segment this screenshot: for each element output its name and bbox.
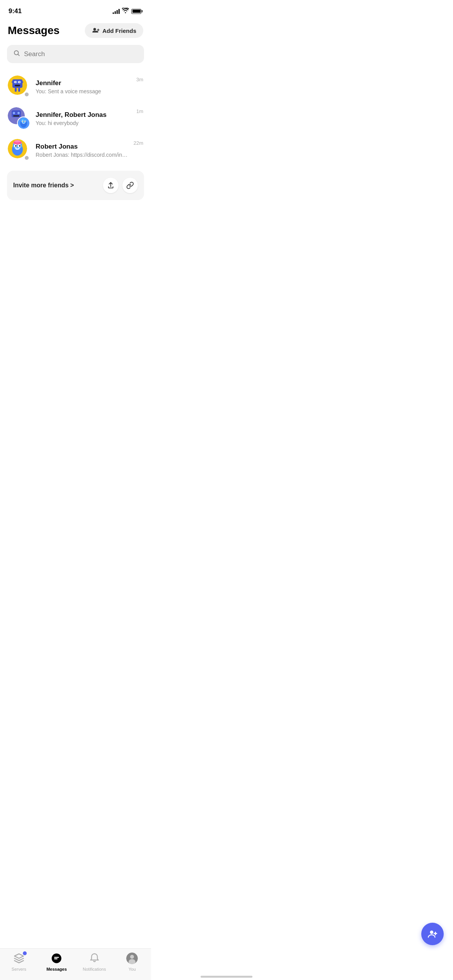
invite-text: Invite more friends > bbox=[13, 182, 74, 189]
conv-time: 1m bbox=[136, 107, 143, 114]
svg-rect-38 bbox=[15, 148, 19, 150]
conv-info: Jennifer, Robert Jonas You: hi everybody bbox=[36, 111, 131, 126]
conv-time: 3m bbox=[136, 75, 143, 82]
page-title: Messages bbox=[8, 24, 60, 37]
battery-icon bbox=[131, 9, 142, 14]
list-item[interactable]: Jennifer You: Sent a voice message 3m bbox=[0, 71, 151, 103]
svg-point-14 bbox=[19, 82, 20, 82]
svg-point-18 bbox=[17, 112, 20, 114]
search-bar[interactable] bbox=[7, 45, 144, 63]
add-friends-button[interactable]: Add Friends bbox=[85, 23, 143, 38]
status-time: 9:41 bbox=[9, 7, 22, 15]
status-bar: 9:41 bbox=[0, 0, 151, 19]
link-icon bbox=[126, 182, 134, 189]
share-button[interactable] bbox=[103, 178, 118, 193]
avatar-jennifer bbox=[8, 75, 30, 98]
conv-preview: You: Sent a voice message bbox=[36, 88, 131, 94]
svg-rect-8 bbox=[22, 81, 23, 83]
conv-name: Jennifer, Robert Jonas bbox=[36, 111, 131, 119]
svg-point-36 bbox=[15, 145, 17, 147]
svg-point-25 bbox=[22, 121, 23, 122]
svg-point-33 bbox=[14, 140, 21, 142]
conv-name: Robert Jonas bbox=[36, 143, 128, 151]
conv-preview: You: hi everybody bbox=[36, 120, 131, 126]
conv-preview: Robert Jonas: https://discord.com/invite… bbox=[36, 152, 128, 158]
svg-point-27 bbox=[25, 121, 26, 122]
copy-link-button[interactable] bbox=[122, 178, 138, 193]
search-input[interactable] bbox=[24, 50, 138, 58]
signal-icon bbox=[113, 9, 120, 14]
search-container bbox=[0, 45, 151, 71]
conv-time: 22m bbox=[134, 139, 143, 146]
svg-point-17 bbox=[13, 112, 15, 114]
status-icons bbox=[113, 8, 142, 15]
svg-rect-9 bbox=[15, 88, 17, 92]
wifi-icon bbox=[122, 8, 129, 15]
avatar-group bbox=[8, 107, 30, 130]
avatar-robert bbox=[8, 139, 30, 161]
share-icon bbox=[107, 182, 115, 189]
list-item[interactable]: Robert Jonas Robert Jonas: https://disco… bbox=[0, 134, 151, 166]
conv-info: Jennifer You: Sent a voice message bbox=[36, 79, 131, 94]
add-friends-icon bbox=[92, 27, 100, 34]
svg-rect-10 bbox=[18, 88, 20, 92]
svg-point-37 bbox=[19, 145, 21, 147]
conv-info: Robert Jonas Robert Jonas: https://disco… bbox=[36, 143, 128, 158]
svg-rect-6 bbox=[15, 85, 20, 86]
svg-rect-3 bbox=[12, 79, 22, 88]
svg-point-13 bbox=[15, 82, 16, 82]
svg-rect-7 bbox=[12, 81, 13, 83]
conversations-list: Jennifer You: Sent a voice message 3m bbox=[0, 71, 151, 166]
list-item[interactable]: Jennifer, Robert Jonas You: hi everybody… bbox=[0, 103, 151, 134]
status-dot bbox=[24, 155, 29, 161]
svg-point-0 bbox=[94, 28, 96, 31]
invite-banner[interactable]: Invite more friends > bbox=[7, 171, 144, 200]
search-icon bbox=[13, 50, 20, 58]
conv-name: Jennifer bbox=[36, 79, 131, 87]
status-dot bbox=[24, 92, 29, 97]
invite-actions bbox=[103, 178, 138, 193]
header: Messages Add Friends bbox=[0, 19, 151, 45]
svg-rect-19 bbox=[13, 115, 19, 117]
